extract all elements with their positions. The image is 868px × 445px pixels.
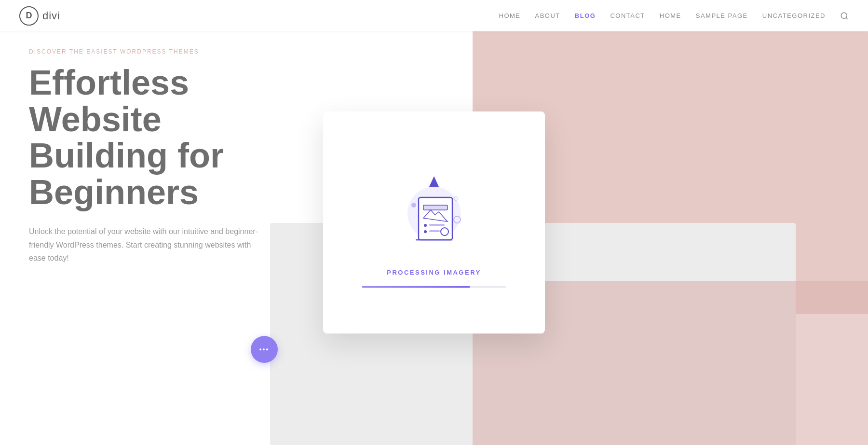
nav-uncategorized[interactable]: UNCATEGORIZED — [762, 12, 826, 19]
svg-point-3 — [411, 203, 416, 208]
nav-home-1[interactable]: HOME — [499, 12, 521, 19]
nav-contact[interactable]: CONTACT — [610, 12, 645, 19]
svg-rect-11 — [429, 224, 445, 226]
document-icon: ◇ × — [391, 163, 477, 250]
svg-rect-13 — [429, 230, 440, 232]
progress-bar-fill — [362, 286, 470, 288]
svg-point-10 — [424, 224, 427, 227]
main-nav: HOME ABOUT BLOG CONTACT HOME SAMPLE PAGE… — [499, 12, 849, 20]
svg-point-0 — [841, 13, 847, 18]
search-button[interactable] — [840, 12, 849, 20]
modal-overlay: ◇ × — [0, 0, 868, 445]
logo-circle: D — [19, 6, 39, 26]
progress-bar-container — [362, 286, 506, 288]
svg-line-1 — [846, 17, 847, 19]
nav-sample-page[interactable]: SAMPLE PAGE — [696, 12, 748, 19]
nav-home-2[interactable]: HOME — [660, 12, 681, 19]
modal-icon-area: ◇ × — [386, 158, 482, 254]
svg-marker-15 — [429, 176, 439, 187]
svg-rect-8 — [423, 205, 448, 210]
search-icon — [840, 12, 849, 20]
processing-modal: ◇ × — [323, 111, 545, 334]
logo-text: divi — [42, 10, 60, 22]
site-header: D divi HOME ABOUT BLOG CONTACT HOME SAMP… — [0, 0, 868, 31]
logo[interactable]: D divi — [19, 6, 60, 26]
svg-text:◇: ◇ — [453, 194, 459, 202]
nav-blog[interactable]: BLOG — [575, 12, 596, 19]
svg-point-12 — [424, 230, 427, 233]
svg-rect-7 — [419, 197, 452, 240]
nav-about[interactable]: ABOUT — [535, 12, 560, 19]
modal-processing-label: PROCESSING IMAGERY — [387, 269, 481, 276]
main-content: DISCOVER THE EASIEST WORDPRESS THEMES Ef… — [0, 0, 868, 445]
logo-letter: D — [26, 11, 32, 21]
